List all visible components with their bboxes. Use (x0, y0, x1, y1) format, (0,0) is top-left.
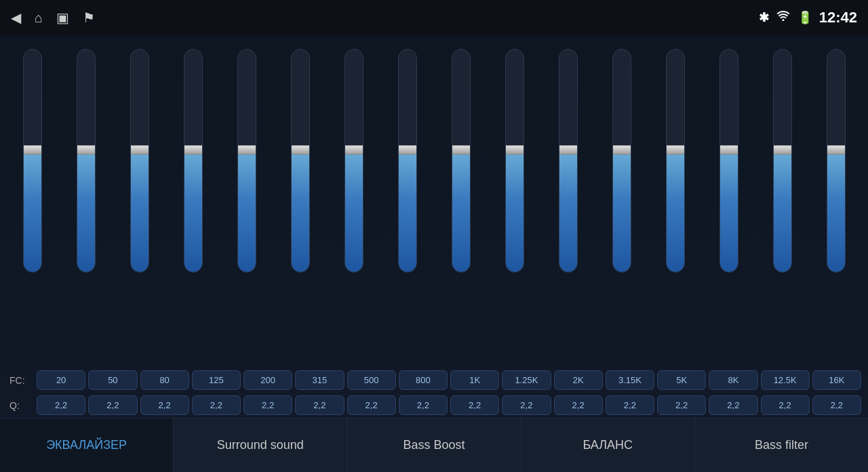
q-btn-12.5K[interactable]: 2,2 (761, 395, 810, 415)
slider-thumb-2K[interactable] (559, 145, 578, 155)
square-icon[interactable]: ▣ (56, 9, 69, 26)
q-btn-1K[interactable]: 2,2 (450, 395, 499, 415)
tab-bassfilter[interactable]: Bass filter (695, 418, 868, 472)
fc-btn-5K[interactable]: 5K (657, 370, 706, 390)
slider-thumb-16K[interactable] (827, 145, 846, 155)
fc-btn-80[interactable]: 80 (140, 370, 189, 390)
bottom-tabs: ЭКВАЛАЙЗЕРSurround soundBass BoostБАЛАНС… (0, 418, 868, 472)
slider-5K[interactable] (650, 49, 701, 361)
flag-icon[interactable]: ⚑ (83, 9, 95, 26)
slider-track-200 (237, 49, 256, 273)
q-btn-80[interactable]: 2,2 (140, 395, 189, 415)
fc-label: FC: (7, 375, 34, 386)
q-btn-315[interactable]: 2,2 (295, 395, 344, 415)
q-btn-2K[interactable]: 2,2 (554, 395, 603, 415)
tab-surround[interactable]: Surround sound (174, 418, 347, 472)
tab-label-balance: БАЛАНС (583, 438, 633, 452)
wifi-icon (776, 11, 791, 25)
fc-btn-12.5K[interactable]: 12.5K (761, 370, 810, 390)
slider-fill-50 (77, 150, 95, 272)
tab-label-bassfilter: Bass filter (755, 438, 808, 452)
back-icon[interactable]: ◀ (11, 9, 21, 26)
slider-3.15K[interactable] (596, 49, 647, 361)
slider-fill-5K (667, 150, 684, 272)
main-content: FC: 2050801252003155008001K1.25K2K3.15K5… (0, 35, 868, 418)
slider-80[interactable] (114, 49, 165, 361)
q-btn-1.25K[interactable]: 2,2 (502, 395, 551, 415)
q-btn-500[interactable]: 2,2 (347, 395, 396, 415)
slider-thumb-200[interactable] (237, 145, 256, 155)
status-bar: ◀ ⌂ ▣ ⚑ ✱ 🔋 12:42 (0, 0, 868, 35)
fc-btn-3.15K[interactable]: 3.15K (606, 370, 654, 390)
tab-bassboost[interactable]: Bass Boost (347, 418, 521, 472)
slider-thumb-3.15K[interactable] (612, 145, 631, 155)
slider-12.5K[interactable] (757, 49, 808, 361)
slider-125[interactable] (167, 49, 218, 361)
fc-btn-20[interactable]: 20 (37, 370, 85, 390)
slider-thumb-1K[interactable] (452, 145, 471, 155)
q-btn-125[interactable]: 2,2 (192, 395, 241, 415)
tab-label-equalizer: ЭКВАЛАЙЗЕР (46, 438, 127, 452)
q-label: Q: (7, 400, 34, 411)
slider-track-80 (130, 49, 149, 273)
tab-balance[interactable]: БАЛАНС (521, 418, 695, 472)
slider-thumb-50[interactable] (77, 145, 96, 155)
slider-thumb-1.25K[interactable] (505, 145, 524, 155)
slider-2K[interactable] (542, 49, 593, 361)
slider-track-315 (291, 49, 310, 273)
fc-btn-500[interactable]: 500 (347, 370, 396, 390)
slider-fill-200 (238, 150, 256, 272)
fc-btn-200[interactable]: 200 (243, 370, 292, 390)
slider-1.25K[interactable] (489, 49, 540, 361)
slider-200[interactable] (221, 49, 272, 361)
fc-btn-16K[interactable]: 16K (812, 370, 861, 390)
slider-1K[interactable] (435, 49, 486, 361)
slider-thumb-315[interactable] (291, 145, 310, 155)
q-btn-50[interactable]: 2,2 (88, 395, 137, 415)
q-btn-8K[interactable]: 2,2 (709, 395, 757, 415)
fc-btn-800[interactable]: 800 (399, 370, 448, 390)
battery-icon: 🔋 (797, 10, 812, 25)
sliders-container (7, 42, 861, 368)
slider-track-1.25K (505, 49, 524, 273)
fc-btn-8K[interactable]: 8K (709, 370, 757, 390)
slider-thumb-20[interactable] (23, 145, 42, 155)
fc-btn-1K[interactable]: 1K (450, 370, 499, 390)
slider-50[interactable] (60, 49, 111, 361)
fc-btn-1.25K[interactable]: 1.25K (502, 370, 551, 390)
q-btn-20[interactable]: 2,2 (37, 395, 85, 415)
slider-thumb-80[interactable] (130, 145, 149, 155)
tab-equalizer[interactable]: ЭКВАЛАЙЗЕР (0, 418, 174, 472)
slider-16K[interactable] (810, 49, 861, 361)
q-btn-16K[interactable]: 2,2 (812, 395, 861, 415)
clock: 12:42 (819, 9, 857, 26)
q-btn-3.15K[interactable]: 2,2 (606, 395, 654, 415)
tab-label-surround: Surround sound (217, 438, 304, 452)
slider-fill-20 (24, 150, 41, 272)
slider-315[interactable] (275, 49, 326, 361)
slider-thumb-5K[interactable] (666, 145, 685, 155)
slider-thumb-8K[interactable] (719, 145, 738, 155)
q-btn-200[interactable]: 2,2 (243, 395, 292, 415)
slider-thumb-500[interactable] (344, 145, 363, 155)
slider-fill-3.15K (613, 150, 631, 272)
slider-thumb-12.5K[interactable] (773, 145, 792, 155)
fc-btn-315[interactable]: 315 (295, 370, 344, 390)
slider-500[interactable] (328, 49, 379, 361)
slider-thumb-800[interactable] (398, 145, 417, 155)
slider-thumb-125[interactable] (184, 145, 203, 155)
slider-track-3.15K (612, 49, 631, 273)
home-icon[interactable]: ⌂ (35, 10, 43, 26)
fc-btn-2K[interactable]: 2K (554, 370, 603, 390)
fc-btn-50[interactable]: 50 (88, 370, 137, 390)
slider-track-2K (559, 49, 578, 273)
slider-20[interactable] (7, 49, 58, 361)
slider-8K[interactable] (703, 49, 754, 361)
slider-fill-16K (827, 150, 845, 272)
q-btn-800[interactable]: 2,2 (399, 395, 448, 415)
fc-row: FC: 2050801252003155008001K1.25K2K3.15K5… (7, 368, 861, 393)
fc-btn-125[interactable]: 125 (192, 370, 241, 390)
slider-800[interactable] (382, 49, 433, 361)
tab-label-bassboost: Bass Boost (403, 438, 465, 452)
q-btn-5K[interactable]: 2,2 (657, 395, 706, 415)
